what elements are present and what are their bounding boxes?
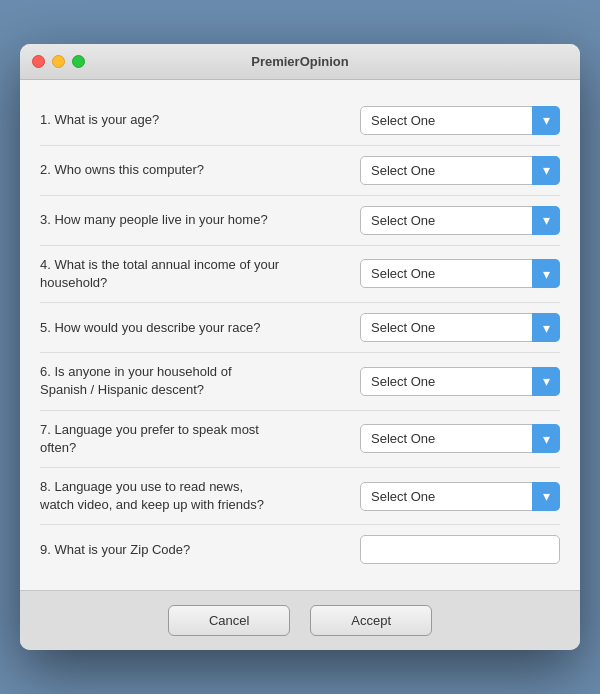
minimize-button[interactable]: [52, 55, 65, 68]
question-row-9: 9. What is your Zip Code?: [40, 525, 560, 574]
question-row-8: 8. Language you use to read news, watch …: [40, 468, 560, 525]
zip-code-input[interactable]: [360, 535, 560, 564]
question-label-6: 6. Is anyone in your household of Spanis…: [40, 363, 280, 399]
app-window: PremierOpinion 1. What is your age?Selec…: [20, 44, 580, 651]
select-2[interactable]: Select One: [360, 156, 560, 185]
question-label-7: 7. Language you prefer to speak most oft…: [40, 421, 280, 457]
accept-button[interactable]: Accept: [310, 605, 432, 636]
select-7[interactable]: Select One: [360, 424, 560, 453]
select-container-5: Select One: [360, 313, 560, 342]
question-row-5: 5. How would you describe your race?Sele…: [40, 303, 560, 353]
question-row-3: 3. How many people live in your home?Sel…: [40, 196, 560, 246]
question-row-7: 7. Language you prefer to speak most oft…: [40, 411, 560, 468]
question-label-2: 2. Who owns this computer?: [40, 161, 204, 179]
select-8[interactable]: Select One: [360, 482, 560, 511]
select-container-2: Select One: [360, 156, 560, 185]
question-label-1: 1. What is your age?: [40, 111, 159, 129]
select-container-8: Select One: [360, 482, 560, 511]
question-label-8: 8. Language you use to read news, watch …: [40, 478, 280, 514]
traffic-lights: [32, 55, 85, 68]
question-row-1: 1. What is your age?Select One: [40, 96, 560, 146]
cancel-button[interactable]: Cancel: [168, 605, 290, 636]
select-container-6: Select One: [360, 367, 560, 396]
select-6[interactable]: Select One: [360, 367, 560, 396]
select-4[interactable]: Select One: [360, 259, 560, 288]
select-1[interactable]: Select One: [360, 106, 560, 135]
content-area: 1. What is your age?Select One2. Who own…: [20, 80, 580, 591]
question-label-4: 4. What is the total annual income of yo…: [40, 256, 280, 292]
question-label-5: 5. How would you describe your race?: [40, 319, 260, 337]
select-3[interactable]: Select One: [360, 206, 560, 235]
select-5[interactable]: Select One: [360, 313, 560, 342]
select-container-7: Select One: [360, 424, 560, 453]
select-container-4: Select One: [360, 259, 560, 288]
question-label-3: 3. How many people live in your home?: [40, 211, 268, 229]
question-row-6: 6. Is anyone in your household of Spanis…: [40, 353, 560, 410]
select-container-3: Select One: [360, 206, 560, 235]
window-title: PremierOpinion: [251, 54, 349, 69]
question-label-9: 9. What is your Zip Code?: [40, 541, 190, 559]
question-row-2: 2. Who owns this computer?Select One: [40, 146, 560, 196]
maximize-button[interactable]: [72, 55, 85, 68]
title-bar: PremierOpinion: [20, 44, 580, 80]
close-button[interactable]: [32, 55, 45, 68]
question-row-4: 4. What is the total annual income of yo…: [40, 246, 560, 303]
button-bar: Cancel Accept: [20, 590, 580, 650]
select-container-1: Select One: [360, 106, 560, 135]
